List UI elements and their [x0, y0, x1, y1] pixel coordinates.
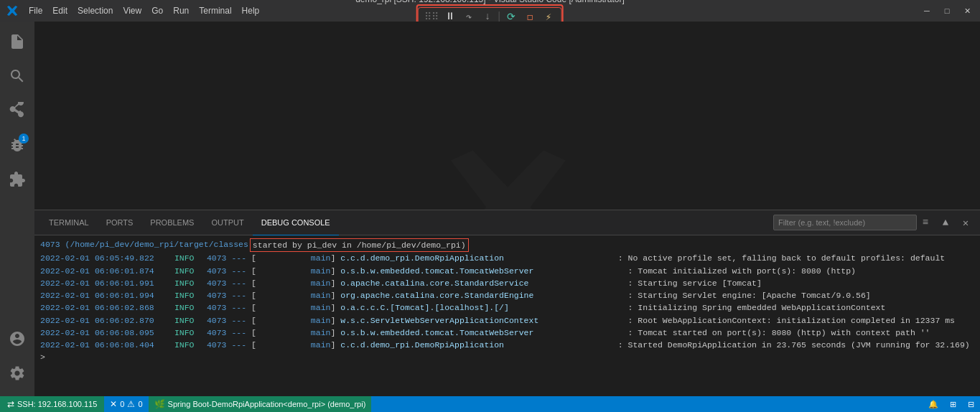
log-message-1: : No active profile set, falling back to…: [618, 252, 945, 264]
menu-go[interactable]: Go: [147, 4, 167, 17]
panel-wrap-button[interactable]: ≡: [917, 214, 934, 231]
tab-ports[interactable]: PORTS: [98, 210, 142, 235]
log-bracket-close-6: ]: [330, 314, 335, 327]
log-line-7: 2022-02-01 06:06:08.095 INFO 4073 --- [ …: [34, 327, 980, 339]
panel: TERMINAL PORTS PROBLEMS OUTPUT DEBUG CON…: [34, 210, 980, 396]
log-pid-started: 4073 (/home/pi_dev/demo_rpi/target/class…: [40, 238, 248, 252]
filter-input-container[interactable]: [773, 215, 917, 230]
status-error-count: 0: [120, 400, 124, 408]
tab-problems[interactable]: PROBLEMS: [141, 210, 202, 235]
editor-area: TERMINAL PORTS PROBLEMS OUTPUT DEBUG CON…: [34, 22, 980, 396]
panel-actions: ≡ ▲ ✕: [917, 214, 974, 231]
log-timestamp-3: 2022-02-01 06:06:01.991: [40, 277, 169, 289]
log-pid-3: 4073 ---: [202, 277, 251, 289]
status-errors[interactable]: ✕ 0 ⚠ 0: [104, 396, 148, 412]
maximize-button[interactable]: □: [940, 4, 954, 18]
log-logger-1: c.c.d.demo_rpi.DemoRpiApplication: [335, 252, 617, 264]
activity-source-control-icon[interactable]: [0, 93, 34, 128]
close-button[interactable]: ✕: [960, 4, 974, 18]
log-bracket-close-2: ]: [330, 265, 335, 277]
status-remote[interactable]: ⊞: [944, 396, 962, 412]
log-timestamp-4: 2022-02-01 06:06:01.994: [40, 289, 169, 301]
log-level-8: INFO: [169, 339, 202, 351]
panel-close-button[interactable]: ✕: [957, 214, 974, 231]
log-line-8: 2022-02-01 06:06:08.404 INFO 4073 --- [ …: [34, 339, 980, 351]
log-pid-6: 4073 ---: [202, 314, 251, 327]
activity-search-icon[interactable]: [0, 59, 34, 93]
ssh-icon: ⇄: [7, 399, 14, 409]
menu-run[interactable]: Run: [169, 4, 193, 17]
log-level-4: INFO: [169, 289, 202, 301]
filter-input[interactable]: [778, 218, 893, 227]
title-bar: File Edit Selection View Go Run Terminal…: [0, 0, 980, 22]
remote-icon: ⊞: [950, 400, 956, 409]
status-layout[interactable]: ⊟: [962, 396, 980, 412]
log-bracket-open-8: [: [251, 339, 256, 351]
vscode-icon: [6, 4, 19, 17]
log-logger-3: o.apache.catalina.core.StandardService: [335, 277, 627, 289]
status-notifications[interactable]: 🔔: [923, 396, 944, 412]
activity-debug-icon[interactable]: 1: [0, 128, 34, 162]
log-logger-6: w.s.c.ServletWebServerApplicationContext: [335, 314, 627, 327]
status-ssh-label: SSH: 192.168.100.115: [17, 400, 97, 408]
menu-help[interactable]: Help: [238, 4, 264, 17]
log-started-by-line: 4073 (/home/pi_dev/demo_rpi/target/class…: [34, 238, 980, 252]
tab-debug-console[interactable]: DEBUG CONSOLE: [253, 210, 339, 235]
log-message-4: : Starting Servlet engine: [Apache Tomca…: [628, 289, 871, 301]
log-timestamp-6: 2022-02-01 06:06:02.870: [40, 314, 169, 327]
layout-icon: ⊟: [968, 400, 974, 409]
log-pid-5: 4073 ---: [202, 301, 251, 314]
log-level-7: INFO: [169, 327, 202, 339]
activity-bottom: [0, 322, 34, 396]
log-thread-3: main: [256, 277, 331, 289]
minimize-button[interactable]: ─: [920, 4, 934, 18]
activity-files-icon[interactable]: [0, 24, 34, 59]
log-thread-1: main: [256, 252, 331, 264]
log-logger-7: o.s.b.w.embedded.tomcat.TomcatWebServer: [335, 327, 627, 339]
log-bracket-open-6: [: [251, 314, 256, 327]
panel-maximize-button[interactable]: ▲: [937, 214, 954, 231]
log-level-5: INFO: [169, 301, 202, 314]
log-timestamp-8: 2022-02-01 06:06:08.404: [40, 339, 169, 351]
log-line-2: 2022-02-01 06:06:01.874 INFO 4073 --- [ …: [34, 265, 980, 277]
bell-icon: 🔔: [928, 400, 938, 409]
log-pid-8: 4073 ---: [202, 339, 251, 351]
log-message-8: : Started DemoRpiApplication in 23.765 s…: [618, 339, 970, 351]
menu-edit[interactable]: Edit: [48, 4, 72, 17]
log-message-7: : Tomcat started on port(s): 8080 (http)…: [628, 327, 930, 339]
log-bracket-open-5: [: [251, 301, 256, 314]
status-spring-label: Spring Boot-DemoRpiApplication<demo_rpi>…: [168, 400, 366, 408]
log-message-2: : Tomcat initialized with port(s): 8080 …: [628, 265, 856, 277]
tab-terminal[interactable]: TERMINAL: [40, 210, 98, 235]
log-bracket-open-7: [: [251, 327, 256, 339]
log-timestamp-7: 2022-02-01 06:06:08.095: [40, 327, 169, 339]
debug-badge: 1: [19, 134, 29, 144]
status-ssh[interactable]: ⇄ SSH: 192.168.100.115: [0, 396, 104, 412]
activity-account-icon[interactable]: [0, 322, 34, 356]
log-thread-8: main: [256, 339, 331, 351]
log-logger-5: o.a.c.c.C.[Tomcat].[localhost].[/]: [335, 301, 627, 314]
activity-bar: 1: [0, 22, 34, 396]
console-output[interactable]: 4073 (/home/pi_dev/demo_rpi/target/class…: [34, 235, 980, 396]
log-cursor: >: [40, 351, 45, 363]
log-bracket-close-8: ]: [330, 339, 335, 351]
status-spring-boot[interactable]: 🌿 Spring Boot-DemoRpiApplication<demo_rp…: [149, 396, 372, 412]
log-bracket-close-7: ]: [330, 327, 335, 339]
menu-file[interactable]: File: [24, 4, 47, 17]
log-pid-1: 4073 ---: [202, 252, 251, 264]
panel-tabs: TERMINAL PORTS PROBLEMS OUTPUT DEBUG CON…: [34, 210, 980, 235]
spring-boot-icon: 🌿: [154, 399, 165, 409]
log-pid-4: 4073 ---: [202, 289, 251, 301]
log-bracket-close-5: ]: [330, 301, 335, 314]
log-message-5: : Initializing Spring embedded WebApplic…: [628, 301, 886, 314]
log-message-3: : Starting service [Tomcat]: [628, 277, 762, 289]
menu-terminal[interactable]: Terminal: [195, 4, 235, 17]
log-logger-2: o.s.b.w.embedded.tomcat.TomcatWebServer: [335, 265, 627, 277]
log-timestamp-2: 2022-02-01 06:06:01.874: [40, 265, 169, 277]
menu-view[interactable]: View: [118, 4, 146, 17]
window-controls: ─ □ ✕: [920, 4, 974, 18]
activity-settings-icon[interactable]: [0, 356, 34, 390]
activity-extensions-icon[interactable]: [0, 162, 34, 197]
tab-output[interactable]: OUTPUT: [202, 210, 252, 235]
menu-selection[interactable]: Selection: [73, 4, 117, 17]
